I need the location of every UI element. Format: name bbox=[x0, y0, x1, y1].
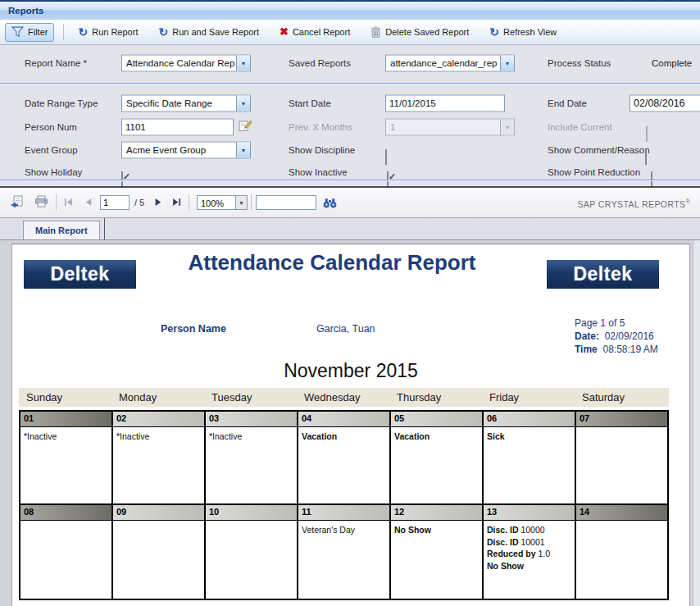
report-date: Date: 02/09/2016 bbox=[575, 330, 658, 343]
chevron-down-icon: ▼ bbox=[505, 60, 511, 66]
search-input[interactable] bbox=[256, 195, 316, 210]
run-icon: ↻ bbox=[78, 27, 88, 37]
show-discipline-label: Show Discipline bbox=[289, 145, 355, 155]
calendar-day-12: 12No Show bbox=[391, 505, 484, 599]
day-entry: Sick bbox=[487, 431, 572, 443]
page-count: Page 1 of 5 bbox=[575, 317, 658, 330]
form-divider bbox=[0, 180, 700, 181]
chevron-down-icon: ▼ bbox=[239, 200, 244, 206]
binoculars-search-icon[interactable] bbox=[323, 197, 337, 212]
day-entry: Vacation bbox=[302, 431, 387, 443]
form-row-event: Event Group Acme Event Group ▼ Show Disc… bbox=[0, 138, 700, 162]
toolbar-button-label: Refresh View bbox=[503, 27, 557, 37]
prev-x-months-value: 1 bbox=[386, 119, 500, 134]
day-name-thursday: Thursday bbox=[389, 388, 482, 407]
day-entry: Veteran's Day bbox=[302, 525, 387, 536]
report-viewport[interactable]: Deltek Attendance Calendar Report Deltek… bbox=[0, 240, 700, 606]
report-name-value: Attendance Calendar Rep bbox=[122, 55, 236, 71]
process-status-value: Complete bbox=[652, 58, 692, 68]
day-entries: No Show bbox=[391, 521, 482, 536]
edit-lookup-icon[interactable] bbox=[239, 119, 252, 134]
form-divider bbox=[0, 83, 700, 84]
event-group-label: Event Group bbox=[25, 145, 78, 155]
calendar-day-07: 07 bbox=[576, 412, 669, 503]
print-icon[interactable] bbox=[34, 195, 48, 211]
next-page-button[interactable] bbox=[154, 195, 163, 210]
event-group-value: Acme Event Group bbox=[122, 142, 236, 157]
scrollbar-track[interactable] bbox=[693, 240, 700, 606]
day-number-header: 08 bbox=[20, 505, 111, 521]
report-viewer: / 5 100% ▼ SAP CRYSTAL REPORTS® Main Rep… bbox=[0, 186, 700, 606]
day-number-header: 11 bbox=[298, 505, 389, 521]
saved-reports-value: attendance_calendar_rep bbox=[386, 55, 500, 71]
previous-page-button[interactable] bbox=[84, 195, 93, 210]
day-entries bbox=[576, 427, 667, 431]
toolbar-separator bbox=[56, 194, 57, 211]
day-number-header: 13 bbox=[484, 505, 575, 521]
toolbar-button-run-and-save-report[interactable]: ↻Run and Save Report bbox=[152, 23, 266, 42]
show-inactive-checkbox[interactable] bbox=[387, 171, 389, 187]
day-number-header: 05 bbox=[391, 412, 482, 427]
toolbar-button-delete-saved-report[interactable]: Delete Saved Report bbox=[364, 23, 475, 42]
form-row-dates: Date Range Type Specific Date Range ▼ St… bbox=[0, 91, 700, 115]
day-entry: *Inactive bbox=[116, 431, 202, 443]
day-number-header: 10 bbox=[206, 505, 297, 521]
day-name-friday: Friday bbox=[482, 388, 575, 407]
prev-x-months-label: Prev. X Months bbox=[289, 122, 352, 132]
deltek-logo-text: Deltek bbox=[573, 263, 632, 285]
sap-crystal-reports-brand: SAP CRYSTAL REPORTS® bbox=[578, 198, 690, 209]
end-date-input[interactable] bbox=[630, 94, 700, 112]
day-entries bbox=[113, 521, 204, 525]
toolbar-separator bbox=[251, 194, 252, 211]
person-num-input[interactable] bbox=[121, 118, 234, 135]
day-entries: *Inactive bbox=[206, 427, 297, 443]
app-toolbar-buttons: Filter↻Run Report↻Run and Save Report✖Ca… bbox=[5, 23, 570, 42]
calendar-day-names: SundayMondayTuesdayWednesdayThursdayFrid… bbox=[19, 388, 669, 407]
chevron-down-icon: ▼ bbox=[505, 124, 511, 130]
saved-reports-dropdown-button[interactable]: ▼ bbox=[500, 55, 514, 71]
day-entry: Reduced by 1.0 bbox=[487, 549, 572, 560]
saved-reports-dropdown[interactable]: attendance_calendar_rep ▼ bbox=[385, 54, 515, 71]
include-current-label: Include Current bbox=[548, 122, 612, 132]
crystal-toolbar: / 5 100% ▼ SAP CRYSTAL REPORTS® bbox=[0, 188, 700, 218]
page-number-input[interactable] bbox=[100, 195, 130, 210]
filter-form: Report Name * Attendance Calendar Rep ▼ … bbox=[0, 45, 700, 186]
event-group-dropdown[interactable]: Acme Event Group ▼ bbox=[121, 141, 251, 158]
calendar-day-03: 03*Inactive bbox=[206, 412, 298, 503]
toolbar-button-run-report[interactable]: ↻Run Report bbox=[71, 23, 144, 42]
first-page-button[interactable] bbox=[64, 195, 73, 210]
toolbar-button-label: Run and Save Report bbox=[172, 27, 259, 37]
report-title: Attendance Calendar Report bbox=[111, 250, 553, 276]
calendar-day-04: 04Vacation bbox=[298, 412, 391, 503]
show-point-reduction-checkbox[interactable] bbox=[651, 171, 652, 187]
event-group-dropdown-button[interactable]: ▼ bbox=[236, 142, 250, 157]
date-range-type-dropdown-button[interactable]: ▼ bbox=[236, 95, 250, 111]
toolbar-button-refresh-view[interactable]: ↻Refresh View bbox=[483, 23, 563, 42]
export-icon[interactable] bbox=[10, 195, 24, 212]
report-name-dropdown-button[interactable]: ▼ bbox=[236, 55, 250, 71]
report-name-dropdown[interactable]: Attendance Calendar Rep ▼ bbox=[121, 54, 251, 71]
tab-main-report[interactable]: Main Report bbox=[23, 221, 100, 239]
start-date-label: Start Date bbox=[289, 98, 331, 108]
report-page-info: Page 1 of 5 Date: 02/09/2016 Time 08:58:… bbox=[575, 317, 658, 356]
last-page-button[interactable] bbox=[172, 195, 181, 210]
form-row-report: Report Name * Attendance Calendar Rep ▼ … bbox=[0, 51, 700, 75]
day-entries bbox=[20, 521, 111, 525]
date-range-type-label: Date Range Type bbox=[25, 98, 98, 108]
day-entries bbox=[576, 521, 667, 525]
zoom-control[interactable]: 100% ▼ bbox=[197, 195, 248, 210]
toolbar-button-filter[interactable]: Filter bbox=[5, 23, 54, 42]
day-number-header: 14 bbox=[576, 505, 667, 521]
day-name-saturday: Saturday bbox=[575, 388, 667, 407]
chevron-down-icon: ▼ bbox=[241, 147, 247, 153]
day-entries: Sick bbox=[484, 427, 575, 443]
day-number-header: 01 bbox=[20, 412, 111, 427]
day-entries: Disc. ID 10000Disc. ID 10001Reduced by 1… bbox=[484, 521, 575, 572]
day-entries: *Inactive bbox=[20, 427, 111, 443]
date-range-type-dropdown[interactable]: Specific Date Range ▼ bbox=[121, 94, 251, 112]
show-holiday-checkbox[interactable] bbox=[121, 171, 123, 187]
start-date-input[interactable] bbox=[385, 94, 505, 112]
toolbar-button-cancel-report[interactable]: ✖Cancel Report bbox=[273, 23, 357, 42]
zoom-dropdown-button[interactable]: ▼ bbox=[235, 196, 247, 209]
calendar-month-title: November 2015 bbox=[12, 360, 689, 382]
